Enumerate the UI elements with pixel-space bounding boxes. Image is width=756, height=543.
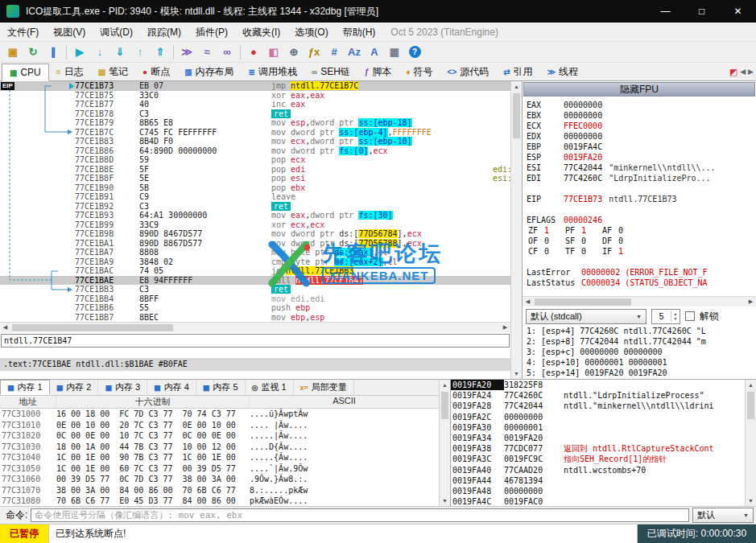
- register-value[interactable]: 00000000: [564, 101, 602, 109]
- registers-horizontal-scrollbar[interactable]: ◀ ▶: [523, 296, 756, 306]
- register-value[interactable]: 00000002: [581, 268, 620, 277]
- step-out-button[interactable]: ↑: [130, 43, 150, 61]
- fonts-button[interactable]: A: [365, 43, 384, 61]
- scroll-down-arrow-icon[interactable]: ▼: [746, 496, 756, 506]
- tab-cpu[interactable]: ▦CPU: [2, 64, 49, 81]
- scroll-left-arrow-icon[interactable]: ◀: [523, 298, 533, 305]
- disassembly-vertical-scrollbar[interactable]: ▲ ▼: [510, 81, 522, 379]
- register-row-laststatus[interactable]: LastStatusC0000034(STATUS_OBJECT_NA: [527, 278, 756, 288]
- spinner-arrows-icon[interactable]: ▲▼: [671, 311, 680, 321]
- menu-item-1[interactable]: 视图(V): [46, 23, 93, 42]
- stack-row[interactable]: 0019FA4446781394: [451, 475, 745, 486]
- dump-vertical-scrollbar[interactable]: ▲ ▼: [439, 380, 450, 506]
- disasm-row[interactable]: 77CE1B8F5Epop esiesi:"minkernel\\ntdll: [0, 174, 510, 183]
- call-argument-row[interactable]: 2: [esp+8] 77C42044 ntdll.77C42044 "m: [527, 336, 756, 347]
- dump-row[interactable]: 77C3106000 39 D5 77 0C 7D C3 77 38 00 3A…: [0, 474, 439, 485]
- disasm-row[interactable]: 77CE1B9364:A1 30000000mov eax,dword ptr …: [0, 211, 510, 220]
- restart-button[interactable]: ↻: [23, 43, 43, 61]
- register-value[interactable]: FFEC0000: [564, 121, 602, 130]
- dump-row[interactable]: 77C310401C 00 1E 00 90 7B C3 77 1C 00 1E…: [0, 452, 439, 463]
- calculator-button[interactable]: ▦: [385, 43, 404, 61]
- register-row-eax[interactable]: EAX00000000: [527, 100, 756, 110]
- dump-row[interactable]: 77C310501C 00 1E 00 60 7C C3 77 00 39 D5…: [0, 463, 439, 475]
- dump-tab-memory-4[interactable]: ▦内存 4: [147, 380, 196, 395]
- dump-tab-memory-5[interactable]: ▦内存 5: [196, 380, 246, 395]
- flag-value[interactable]: 0: [581, 246, 601, 257]
- tab-call-stack[interactable]: ≣调用堆栈: [242, 64, 304, 80]
- flag-value[interactable]: 0: [618, 236, 638, 246]
- tab-references[interactable]: ⇄引用: [496, 64, 539, 80]
- eraser-button[interactable]: ◧: [264, 43, 283, 61]
- register-row-ebp[interactable]: EBP0019FA4C: [527, 142, 756, 152]
- stack-row[interactable]: 0019FA20318225F8: [451, 380, 745, 390]
- dump-row[interactable]: 77C310100E 00 10 00 20 7C C3 77 0E 00 10…: [0, 420, 439, 431]
- disassembly-horizontal-scrollbar[interactable]: ◀ ▶: [0, 322, 510, 332]
- disasm-row[interactable]: 77CE1BB655push ebp: [0, 303, 510, 313]
- minimize-button[interactable]: —: [647, 0, 684, 23]
- register-row-edi[interactable]: EDI77C4260C"LdrpInitializePro...: [527, 173, 756, 183]
- menu-item-6[interactable]: 选项(O): [287, 23, 335, 42]
- step-over-button[interactable]: ⇓: [110, 43, 130, 61]
- patches-button[interactable]: #: [324, 43, 344, 61]
- trace-over-button[interactable]: ≈: [197, 43, 217, 61]
- highlight-fx-button[interactable]: ƒx: [304, 43, 324, 61]
- stack-row[interactable]: 0019FA2C00000000: [451, 412, 745, 422]
- register-row-eip[interactable]: EIP77CE1B73ntdll.77CE1B73: [527, 194, 756, 204]
- disasm-row[interactable]: 77CE1BAEE8 94FFFFFFcall ntdll.77CE1B47: [0, 276, 510, 286]
- register-value[interactable]: 0019FA20: [564, 153, 602, 162]
- disasm-row[interactable]: 77CE1B8D59pop ecx: [0, 155, 510, 165]
- command-profile-dropdown[interactable]: 默认 ▼: [692, 508, 754, 523]
- dump-tab-memory-1[interactable]: ▦内存 1: [0, 380, 50, 395]
- scroll-left-arrow-icon[interactable]: ◀: [0, 324, 10, 331]
- dump-tab-memory-2[interactable]: ▦内存 2: [50, 380, 99, 395]
- graph-icon[interactable]: ◩: [729, 67, 737, 77]
- disasm-row[interactable]: 77CE1B92C3ret: [0, 202, 510, 212]
- stack-row[interactable]: 0019FA3877CDC077返回到 ntdll.RtlCaptureStac…: [451, 443, 745, 454]
- register-value[interactable]: 00000000: [564, 111, 602, 120]
- disasm-row[interactable]: 77CE1B838B4D F0mov ecx,dword ptr ss:[ebp…: [0, 137, 510, 146]
- title-bar[interactable]: ICO提取工具.exe - PID: 3940 - 模块: ntdll.dll …: [0, 0, 756, 23]
- dump-address-header[interactable]: 地址: [0, 396, 56, 408]
- disasm-row[interactable]: 77CE1BA78808mov byte ptr ds:[eax],cl: [0, 248, 510, 257]
- dump-hex-header[interactable]: 十六进制: [56, 396, 250, 408]
- register-value[interactable]: 0019FA4C: [564, 142, 602, 151]
- scroll-down-arrow-icon[interactable]: ▼: [511, 368, 522, 379]
- register-row-edx[interactable]: EDX00000000: [527, 131, 756, 142]
- tab-breakpoints[interactable]: ●断点: [135, 64, 177, 80]
- disasm-row[interactable]: 77CE1B73EB 07jmp ntdll.77CE1B7C: [0, 81, 510, 91]
- disasm-row[interactable]: 77CE1B7740inc eax: [0, 100, 510, 109]
- call-argument-row[interactable]: 3: [esp+c] 00000000 00000000: [527, 347, 756, 357]
- tab-threads[interactable]: ≫线程: [540, 64, 585, 80]
- register-value[interactable]: 77C4260C: [564, 174, 602, 183]
- scroll-up-arrow-icon[interactable]: ▲: [511, 81, 522, 92]
- disasm-row[interactable]: 77CE1B905Bpop ebx: [0, 183, 510, 193]
- dump-row[interactable]: 77C3107038 00 3A 00 84 00 86 00 70 6B C6…: [0, 485, 439, 496]
- register-value[interactable]: C0000034: [581, 278, 620, 287]
- run-button[interactable]: ▶: [70, 43, 89, 61]
- tab-symbols[interactable]: ♦符号: [399, 64, 440, 80]
- dump-rows[interactable]: 77C3100016 00 18 00 FC 7D C3 77 70 74 C3…: [0, 409, 439, 506]
- register-row-esp[interactable]: ESP0019FA20: [527, 152, 756, 162]
- scroll-right-arrow-icon[interactable]: ▶: [746, 298, 756, 305]
- stack-vertical-scrollbar[interactable]: ▲ ▼: [745, 380, 756, 506]
- stack-row[interactable]: 0019FA4C0019FAC0: [451, 496, 745, 506]
- help-button[interactable]: ?: [405, 43, 424, 61]
- tab-source[interactable]: <>源代码: [440, 64, 496, 80]
- register-value[interactable]: 00000246: [564, 216, 602, 224]
- menu-item-5[interactable]: 收藏夹(I): [235, 23, 287, 42]
- flag-value[interactable]: 0: [618, 225, 638, 236]
- dump-row[interactable]: 77C3103018 00 1A 00 44 7B C3 77 10 00 12…: [0, 442, 439, 453]
- dump-row[interactable]: 77C310200C 00 0E 00 10 7C C3 77 0C 00 0E…: [0, 430, 439, 442]
- tab-log[interactable]: ≡日志: [49, 64, 91, 80]
- register-value[interactable]: 77CE1B73: [564, 195, 602, 204]
- call-argument-row[interactable]: 5: [esp+14] 0019FA20 0019FA20: [527, 368, 756, 378]
- stack-pane[interactable]: 0019FA20318225F80019FA2477C4260Cntdll."L…: [450, 380, 745, 506]
- disasm-row[interactable]: 77CE1B7CC745 FC FEFFFFFFmov dword ptr ss…: [0, 128, 510, 138]
- disasm-row[interactable]: 77CE1BA1890D 8867D577mov dword ptr ds:[7…: [0, 239, 510, 249]
- disasm-row[interactable]: 77CE1B8E5Fpop ediedi:"LdrpInitializePro: [0, 165, 510, 175]
- flags-row[interactable]: OF0SF0DF0: [527, 236, 756, 246]
- hide-fpu-button[interactable]: 隐藏FPU: [523, 82, 755, 97]
- dump-tab-memory-3[interactable]: ▦内存 3: [98, 380, 147, 395]
- disasm-row[interactable]: 77CE1B91C9leave: [0, 192, 510, 202]
- register-row-esi[interactable]: ESI77C42044"minkernel\\ntdll\\...: [527, 162, 756, 173]
